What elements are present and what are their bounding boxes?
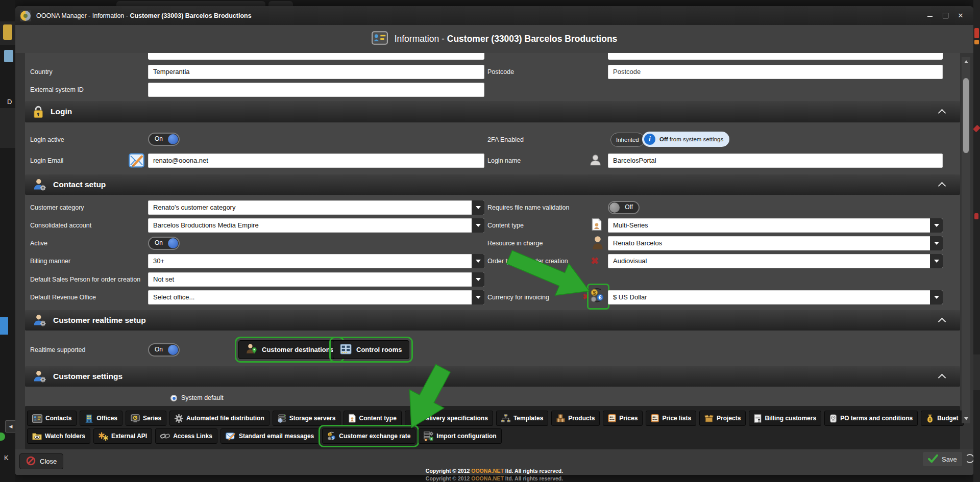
toggle-state: On [155, 135, 163, 142]
chevron-up-icon[interactable] [938, 317, 946, 325]
toolbar-button-storage-servers[interactable]: Storage servers [273, 411, 341, 426]
chevron-down-icon[interactable] [472, 218, 484, 233]
toolbar-button-access-links[interactable]: Access Links [155, 428, 217, 444]
toolbar-button-watch-folders[interactable]: Watch folders [27, 428, 90, 444]
close-button[interactable]: Close [19, 453, 63, 469]
toggle-state: On [155, 346, 163, 353]
chevron-down-icon[interactable] [472, 200, 484, 215]
toolbar-button-content-type[interactable]: Content type [344, 411, 401, 426]
maximize-button[interactable] [938, 9, 953, 22]
inherited-badge[interactable]: Inherited [610, 133, 645, 147]
screen: OOONA Manager - Information - Customer (… [0, 0, 980, 482]
toolbar-button-external-api[interactable]: External API [93, 428, 152, 444]
section-contact-setup: Contact setup [25, 174, 960, 195]
offices-icon [85, 414, 93, 423]
login-name-value: BarcelosPortal [613, 154, 939, 168]
toolbar-button-products[interactable]: Products [551, 411, 600, 426]
toolbar-button-label: Import configuration [436, 433, 496, 440]
chevron-down-icon[interactable] [930, 254, 943, 268]
contacts-icon [32, 414, 42, 423]
toolbar-button-price-lists[interactable]: Price lists [646, 411, 696, 426]
scrollbar-down-arrow[interactable] [964, 417, 968, 420]
toolbar-button-po-terms[interactable]: PO terms and conditions [824, 411, 918, 426]
twofa-info-rest: from system settings [668, 136, 724, 142]
save-button[interactable]: Save [923, 452, 962, 466]
toolbar-button-label: Series [143, 415, 161, 422]
twofa-info-pill: i Off from system settings [642, 132, 729, 147]
section-realtime: Customer realtime setup [25, 310, 960, 331]
toolbar-button-automated-file-distribution[interactable]: Automated file distribution [169, 411, 270, 426]
page-person-icon [592, 217, 602, 234]
login-email-input[interactable]: renato@ooona.net [148, 154, 484, 168]
title-bar: OOONA Manager - Information - Customer (… [15, 6, 973, 25]
copyright-brand: OOONA.NET [471, 468, 504, 474]
requires-validation-toggle[interactable]: Off [608, 201, 640, 214]
currency-for-invoicing-label: Currency for invoicing [487, 290, 549, 305]
close-window-button[interactable]: ✕ [953, 9, 968, 22]
chevron-up-icon[interactable] [938, 109, 946, 117]
toolbar-button-budget[interactable]: $Budget [921, 411, 963, 426]
customer-destinations-button[interactable]: Customer destinations [238, 340, 341, 359]
toolbar-button-billing-customers[interactable]: Billing customers [749, 411, 821, 426]
background-icon [0, 317, 8, 335]
login-name-input[interactable]: BarcelosPortal [608, 154, 943, 168]
chain-link-icon [160, 433, 170, 440]
toolbar-button-prices[interactable]: Prices [603, 411, 643, 426]
toolbar-button-import-configuration[interactable]: xImport configuration [419, 428, 501, 444]
customer-category-select[interactable]: Renato's customer category [148, 200, 484, 215]
toolbar-button-contacts[interactable]: Contacts [27, 411, 77, 426]
toolbar-button-templates[interactable]: Templates [496, 411, 548, 426]
clipped-input [608, 53, 943, 60]
toolbar-button-series[interactable]: Series [126, 411, 166, 426]
system-default-radio[interactable] [170, 395, 177, 401]
login-email-value: renato@ooona.net [153, 154, 480, 168]
copyright-prefix: Copyright © 2012 [426, 468, 471, 474]
scrollbar-thumb[interactable] [963, 78, 969, 153]
chevron-down-icon[interactable] [930, 290, 943, 305]
resource-in-charge-value: Renato Barcelos [613, 236, 928, 250]
control-rooms-button[interactable]: Control rooms [333, 340, 409, 359]
currency-select[interactable]: $ US Dollar [608, 290, 943, 305]
external-system-id-value [153, 83, 480, 97]
resource-in-charge-select[interactable]: Renato Barcelos [608, 236, 943, 250]
active-toggle[interactable]: On [148, 237, 180, 250]
content-type-select[interactable]: Multi-Series [608, 218, 943, 233]
toolbar-button-standard-email-messages[interactable]: Standard email messages [220, 428, 319, 444]
svg-text:$: $ [329, 433, 331, 436]
chevron-up-icon[interactable] [938, 373, 946, 382]
background-window-right-edge [973, 0, 980, 482]
consolidated-account-label: Consolidated account [30, 218, 91, 233]
chevron-down-icon[interactable] [930, 236, 943, 250]
billing-manner-select[interactable]: 30+ [148, 254, 484, 268]
default-revenue-office-select[interactable]: Select office... [148, 290, 484, 305]
open-box-icon [704, 415, 714, 422]
minimize-button[interactable] [922, 9, 938, 22]
control-rooms-label: Control rooms [356, 346, 402, 353]
resource-in-charge-label: Resource in charge [487, 236, 543, 250]
page-title-bold: Customer (33003) Barcelos Broductions [447, 34, 618, 44]
country-input[interactable]: Temperantia [148, 65, 484, 79]
person-gear-icon [33, 314, 46, 327]
external-system-id-input[interactable] [148, 83, 484, 97]
chevron-up-icon[interactable] [938, 182, 946, 190]
toolbar-button-customer-exchange-rate[interactable]: $€Customer exchange rate [322, 428, 415, 444]
order-type-select[interactable]: Audiovisual [608, 254, 943, 268]
postcode-placeholder: Postcode [613, 65, 939, 79]
chevron-down-icon[interactable] [930, 218, 943, 233]
consolidated-account-select[interactable]: Barcelos Broductions Media Empire [148, 218, 484, 233]
toolbar-button-delivery-specifications[interactable]: Delivery specifications [405, 411, 493, 426]
toolbar-button-projects[interactable]: Projects [699, 411, 746, 426]
chevron-down-icon[interactable] [472, 272, 484, 287]
toolbar-button-offices[interactable]: Offices [80, 411, 122, 426]
chevron-down-icon[interactable] [472, 290, 484, 305]
storage-servers-icon [278, 414, 286, 423]
scrollbar-up-arrow[interactable] [964, 60, 968, 63]
login-active-toggle[interactable]: On [148, 133, 180, 146]
dialog-header: Information - Customer (33003) Barcelos … [15, 25, 973, 53]
page-title: Information - Customer (33003) Barcelos … [395, 34, 618, 44]
chevron-down-icon[interactable] [472, 254, 484, 268]
realtime-supported-toggle[interactable]: On [148, 343, 180, 357]
default-sales-person-select[interactable]: Not set [148, 272, 484, 287]
postcode-label: Postcode [487, 65, 514, 79]
postcode-input[interactable]: Postcode [608, 65, 943, 79]
